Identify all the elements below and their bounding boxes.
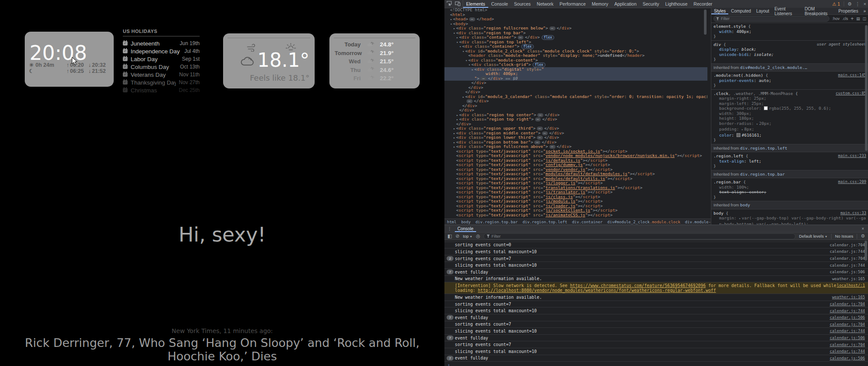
elements-tree-row[interactable]: <script type="text/javascript" src="js/a…: [444, 213, 707, 218]
tree-toggle-arrow-icon[interactable]: ▸: [452, 26, 456, 31]
css-property[interactable]: width: 400px;: [713, 29, 866, 34]
elements-tree-row[interactable]: ▾<div id="module_2_clock" class="module …: [444, 49, 707, 54]
eye-icon[interactable]: ◎: [476, 233, 480, 239]
sidebar-tab--[interactable]: »: [861, 8, 868, 14]
elements-tree-row[interactable]: </div>: [444, 108, 707, 113]
console-filter-input[interactable]: Filter: [483, 233, 796, 239]
expand-ellipsis-badge[interactable]: ⋯: [542, 131, 548, 135]
expand-ellipsis-badge[interactable]: ⋯: [549, 145, 556, 149]
elements-tree-row[interactable]: ▸<div class="region upper third">⋯</div>: [444, 126, 707, 131]
css-property[interactable]: padding: ▸8px;: [713, 127, 866, 133]
elements-tree-row[interactable]: <!DOCTYPE html>: [444, 8, 707, 13]
styles-filter-input[interactable]: Filter: [713, 16, 829, 22]
tab-elements[interactable]: Elements: [463, 0, 488, 8]
elements-tree-row[interactable]: <html>: [444, 13, 707, 17]
css-property[interactable]: pointer-events: auto;: [713, 78, 866, 83]
breadcrumb-item[interactable]: div#module_2_clock.module.clock: [607, 220, 680, 224]
tree-toggle-arrow-icon[interactable]: ▸: [452, 131, 456, 136]
console-source-link[interactable]: calendar.js:744: [825, 309, 865, 313]
elements-tree-row[interactable]: </div>: [444, 122, 707, 127]
stylesheet-source-link[interactable]: main.css:145: [838, 73, 866, 78]
breadcrumb-item[interactable]: div.container: [572, 220, 602, 224]
inspect-element-icon[interactable]: [447, 1, 452, 7]
console-source-link[interactable]: calendar.js:506: [825, 336, 865, 340]
console-source-link[interactable]: weather.js:165: [828, 277, 865, 281]
expand-ellipsis-badge[interactable]: ⋯: [467, 99, 473, 103]
console-source-link[interactable]: calendar.js:704: [825, 322, 865, 327]
console-sidebar-icon[interactable]: ◧: [447, 233, 452, 239]
console-source-link[interactable]: calendar.js:744: [825, 349, 865, 353]
breadcrumb-item[interactable]: html: [447, 220, 457, 224]
tab-console[interactable]: Console: [455, 225, 476, 232]
css-property[interactable]: margin-left: 25px;: [713, 101, 866, 106]
expand-ellipsis-badge[interactable]: ⋯: [518, 36, 524, 39]
tab-console[interactable]: Console: [488, 0, 511, 8]
elements-tree-row[interactable]: <script type="text/javascript" src="vend…: [444, 167, 707, 172]
elements-tree-row[interactable]: ▾<div class="region top bar">: [444, 31, 707, 36]
elements-tree-row[interactable]: ▸<div class="region fullscreen below">⋯<…: [444, 26, 707, 31]
css-property[interactable]: height: 180px;: [713, 116, 866, 121]
inherited-element-link[interactable]: div#module_2_clock.module.…: [740, 65, 807, 70]
inherited-element-link[interactable]: body: [740, 203, 750, 207]
elements-tree-row[interactable]: ▸<div class="region middle center">⋯</di…: [444, 131, 707, 136]
inherited-element-link[interactable]: div.region.top.bar: [740, 172, 785, 176]
issues-warning-badge[interactable]: ⚠ 1: [832, 1, 840, 7]
elements-tree-row[interactable]: </div>: [444, 104, 707, 108]
expand-ellipsis-badge[interactable]: ⋯: [480, 77, 487, 81]
elements-tree-row[interactable]: ">⋯</div> == $0: [444, 76, 707, 81]
elements-tree-row[interactable]: ▾<body>: [444, 22, 707, 26]
console-source-link[interactable]: calendar.js:506: [825, 315, 865, 320]
breadcrumb-item[interactable]: body: [461, 220, 471, 224]
tree-toggle-arrow-icon[interactable]: ▸: [452, 141, 456, 145]
tab-recorder[interactable]: Recorder: [690, 0, 715, 8]
close-drawer-icon[interactable]: ×: [858, 225, 868, 232]
elements-tree-row[interactable]: ▸<div class="region bottom bar">⋯</div>: [444, 140, 707, 145]
elements-tree-row[interactable]: ▸<div class="region top center">⋯</div>: [444, 113, 707, 118]
console-source-link[interactable]: calendar.js:744: [825, 263, 865, 268]
clear-console-icon[interactable]: ⊘: [455, 233, 459, 239]
tree-toggle-arrow-icon[interactable]: ▾: [467, 63, 471, 67]
device-toolbar-icon[interactable]: [455, 1, 460, 7]
console-source-link[interactable]: calendar.js:506: [825, 356, 865, 360]
elements-tree-row[interactable]: ▸<div id="module_3_calendar" class="modu…: [444, 95, 707, 99]
expand-ellipsis-badge[interactable]: ⋯: [469, 17, 475, 21]
tree-toggle-arrow-icon[interactable]: ▾: [461, 49, 465, 54]
console-source-link[interactable]: calendar.js:506: [825, 270, 865, 274]
elements-tree-row[interactable]: </div>: [444, 85, 707, 90]
toggle-hov-button[interactable]: :hov: [832, 16, 839, 21]
elements-tree-row[interactable]: <script type="text/javascript" src="js/t…: [444, 190, 707, 195]
tree-toggle-arrow-icon[interactable]: ▸: [455, 36, 459, 40]
css-property[interactable]: background-color: rgba(255, 255, 255, 0.…: [713, 106, 866, 111]
elements-tree-row[interactable]: ▸<div class="region lower third">⋯</div>: [444, 135, 707, 140]
elements-tree-row[interactable]: <script type="text/javascript" src="js/d…: [444, 158, 707, 163]
elements-tree-row[interactable]: <script type="text/javascript" src="js/l…: [444, 181, 707, 186]
stylesheet-source-link[interactable]: main.css:33: [840, 211, 866, 216]
elements-tree-row[interactable]: <script type="text/javascript" src="conf…: [444, 163, 707, 167]
breadcrumb-item[interactable]: div.region.top.left: [523, 220, 567, 224]
tab-memory[interactable]: Memory: [589, 0, 611, 8]
stylesheet-source-link[interactable]: main.css:233: [838, 154, 866, 159]
sidebar-tab-event-listeners[interactable]: Event Listeners: [772, 8, 802, 14]
elements-tree-row[interactable]: ▾<div class="module-content">: [444, 58, 707, 63]
flex-badge[interactable]: flex: [542, 35, 554, 40]
issues-counter[interactable]: No Issues: [835, 234, 853, 239]
elements-tree-row[interactable]: ▸<div class="container">⋯</div>flex: [444, 35, 707, 40]
tree-toggle-arrow-icon[interactable]: ▾: [455, 40, 459, 45]
color-swatch[interactable]: [764, 106, 768, 110]
tree-toggle-arrow-icon[interactable]: ▸: [452, 127, 456, 131]
css-property[interactable]: margin-right: 25px;: [713, 96, 866, 101]
close-devtools-icon[interactable]: ×: [864, 1, 866, 7]
expand-ellipsis-badge[interactable]: ⋯: [537, 113, 543, 117]
context-selector[interactable]: top▼: [463, 234, 473, 239]
css-property[interactable]: width: 100%;: [713, 185, 866, 190]
console-source-link[interactable]: calendar.js:744: [825, 329, 865, 333]
log-levels-selector[interactable]: Default levels▼: [799, 234, 828, 239]
elements-tree-row[interactable]: <script type="text/javascript" src="sock…: [444, 149, 707, 154]
expand-ellipsis-badge[interactable]: ⋯: [534, 141, 540, 144]
elements-tree-row[interactable]: <script type="text/javascript" src="js/l…: [444, 204, 707, 209]
tree-toggle-arrow-icon[interactable]: ▾: [464, 59, 468, 63]
expand-ellipsis-badge[interactable]: ⋯: [549, 26, 556, 30]
tab-application[interactable]: Application: [611, 0, 639, 8]
tree-toggle-arrow-icon[interactable]: ▸: [452, 145, 456, 149]
elements-tree-row[interactable]: ▸<div class="digital" style=": [444, 67, 707, 72]
